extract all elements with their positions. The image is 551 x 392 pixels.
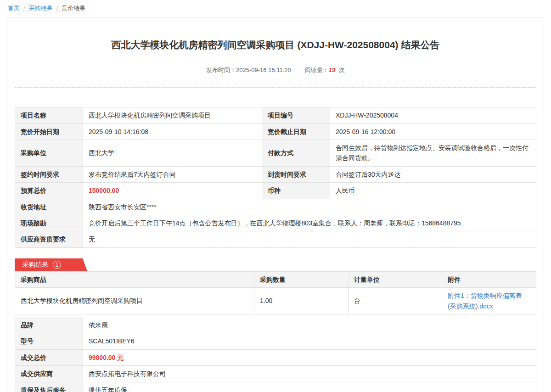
- award-details-table: 品牌 依米康 型号 SCAL501IBEY6 成交总价 99800.00 元 成…: [15, 317, 536, 392]
- row-label: 供应商资质要求: [15, 231, 83, 247]
- table-row: 预算总价 150000.00 币种 人民币: [15, 183, 536, 199]
- supplier-value: 西安点拓电子科技有限公司: [83, 366, 536, 382]
- publish-time-value: 2025-09-16 15:11:20: [236, 67, 291, 73]
- table-row: 西北大学模块化机房精密列间空调采购项目 1.00 台 附件1：货物类响应偏离表(…: [15, 288, 536, 314]
- row-label: 签约时间要求: [15, 166, 83, 182]
- row-value: 无: [83, 231, 536, 247]
- row-label: 现场踏勘: [15, 215, 83, 231]
- row-label: 质保及售后服务: [15, 382, 83, 392]
- brand-value: 依米康: [83, 317, 536, 333]
- attachment-link[interactable]: 附件1：货物类响应偏离表(采购系统).docx: [448, 292, 522, 309]
- unit-cell: 台: [349, 288, 442, 314]
- table-row: 成交供应商 西安点拓电子科技有限公司: [15, 366, 536, 382]
- table-row: 供应商资质要求 无: [15, 231, 536, 247]
- breadcrumb: 首页 / 采购结果 / 竞价结果: [0, 0, 551, 12]
- project-info-table: 项目名称 西北大学模块化机房精密列间空调采购项目 项目编号 XDJJ-HW-20…: [15, 107, 536, 248]
- row-label: 币种: [262, 183, 330, 199]
- row-label: 预算总价: [15, 183, 83, 199]
- breadcrumb-purchase-results-link[interactable]: 采购结果: [29, 4, 53, 12]
- row-value: 陕西省西安市长安区****: [83, 199, 536, 215]
- breadcrumb-current: 竞价结果: [62, 4, 85, 12]
- product-name-cell: 西北大学模块化机房精密列间空调采购项目: [15, 288, 254, 314]
- purchase-items-table: 采购商品 采购数量 计量单位 附件 西北大学模块化机房精密列间空调采购项目 1.…: [15, 271, 536, 314]
- table-row: 采购单位 西北大学 付款方式 合同生效后，待货物到达指定地点、安装调试验收合格后…: [15, 140, 536, 167]
- page-title: 西北大学模块化机房精密列间空调采购项目 (XDJJ-HW-202508004) …: [15, 39, 536, 51]
- publish-time-label: 发布时间：: [206, 67, 236, 73]
- row-label: 型号: [15, 333, 83, 349]
- row-value: 2025-09-10 14:16:08: [83, 123, 262, 140]
- budget-total-value: 150000.00: [83, 183, 262, 199]
- table-row: 竞价开始日期 2025-09-10 14:16:08 竞价截止日期 2025-0…: [15, 123, 536, 140]
- read-count-label: 阅读量：: [305, 67, 329, 73]
- row-label: 到货时间要求: [262, 166, 330, 182]
- row-label: 品牌: [15, 317, 83, 333]
- table-row: 现场踏勘 竞价开启后第三个工作日下午14点（包含公告发布日），在西北大学物理楼8…: [15, 215, 536, 231]
- row-label: 成交总价: [15, 349, 83, 365]
- table-row: 型号 SCAL501IBEY6: [15, 333, 536, 349]
- read-count-value: 19: [329, 67, 335, 73]
- row-label: 采购单位: [15, 140, 83, 167]
- table-row: 成交总价 99800.00 元: [15, 349, 536, 365]
- model-value: SCAL501IBEY6: [83, 333, 536, 349]
- row-label: 成交供应商: [15, 366, 83, 382]
- breadcrumb-separator: /: [56, 5, 58, 12]
- col-header-quantity: 采购数量: [254, 271, 349, 287]
- badge-count: 1: [53, 261, 61, 269]
- row-label: 付款方式: [262, 140, 330, 167]
- row-value: 合同签订后30天内送达: [330, 166, 536, 182]
- table-row: 签约时间要求 发布竞价结果后7天内签订合同 到货时间要求 合同签订后30天内送达: [15, 166, 536, 182]
- table-row: 质保及售后服务 提供五年质保。: [15, 382, 536, 392]
- row-value: 2025-09-16 12:00:00: [330, 123, 536, 140]
- badge-label: 采购结果: [22, 261, 48, 269]
- read-count-unit: 次: [339, 67, 345, 73]
- warranty-value: 提供五年质保。: [83, 382, 536, 392]
- row-value: 西北大学模块化机房精密列间空调采购项目: [83, 107, 262, 123]
- col-header-attachment: 附件: [442, 271, 536, 287]
- row-label: 项目名称: [15, 107, 83, 123]
- award-total-price-value: 99800.00 元: [83, 349, 536, 365]
- table-row: 品牌 依米康: [15, 317, 536, 333]
- col-header-unit: 计量单位: [349, 271, 442, 287]
- row-value: XDJJ-HW-202508004: [330, 107, 536, 123]
- announcement-meta: 发布时间：2025-09-16 15:11:20阅读量：19 次: [15, 66, 536, 74]
- quantity-cell: 1.00: [254, 288, 349, 314]
- breadcrumb-separator: /: [23, 5, 25, 12]
- row-value: 合同生效后，待货物到达指定地点、安装调试验收合格后，一次性付清合同货款。: [330, 140, 536, 167]
- row-value: 发布竞价结果后7天内签订合同: [83, 166, 262, 182]
- announcement-card: 西北大学模块化机房精密列间空调采购项目 (XDJJ-HW-202508004) …: [7, 17, 544, 392]
- table-row: 收货地址 陕西省西安市长安区****: [15, 199, 536, 215]
- row-value: 竞价开启后第三个工作日下午14点（包含公告发布日），在西北大学物理楼803室集合…: [83, 215, 536, 231]
- row-value: 人民币: [330, 183, 536, 199]
- attachment-cell: 附件1：货物类响应偏离表(采购系统).docx: [442, 288, 536, 314]
- dashed-divider: [15, 87, 536, 88]
- col-header-product: 采购商品: [15, 271, 254, 287]
- table-row: 项目名称 西北大学模块化机房精密列间空调采购项目 项目编号 XDJJ-HW-20…: [15, 107, 536, 123]
- breadcrumb-home-link[interactable]: 首页: [8, 4, 20, 12]
- row-value: 西北大学: [83, 140, 262, 167]
- row-label: 收货地址: [15, 199, 83, 215]
- row-label: 项目编号: [262, 107, 330, 123]
- row-label: 竞价截止日期: [262, 123, 330, 140]
- row-label: 竞价开始日期: [15, 123, 83, 140]
- table-header-row: 采购商品 采购数量 计量单位 附件: [15, 271, 536, 287]
- result-section-badge: 采购结果 1: [15, 258, 87, 271]
